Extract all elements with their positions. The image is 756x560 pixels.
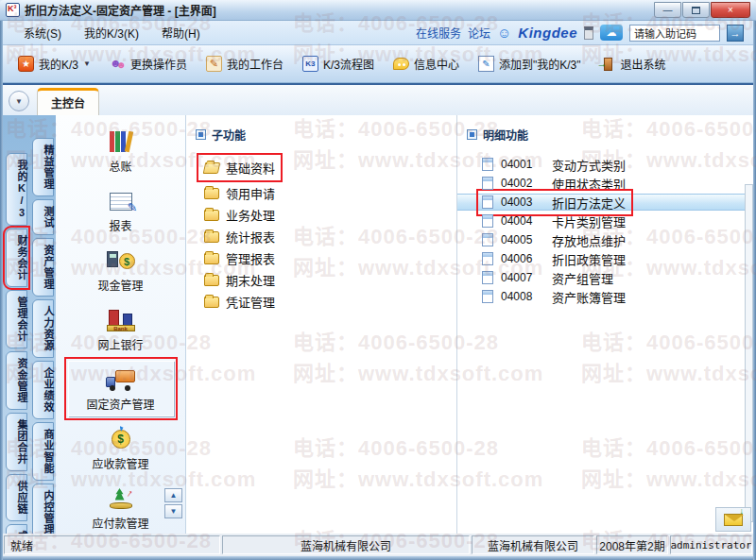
tab-main-console[interactable]: 主控台 bbox=[37, 88, 99, 115]
sidebar-tab-cost-management[interactable]: 成本管理 bbox=[6, 524, 27, 534]
vertical-scrollbar[interactable] bbox=[745, 184, 753, 522]
function-label: 使用状态类别 bbox=[552, 175, 626, 193]
message-mail-button[interactable] bbox=[715, 507, 751, 532]
collapse-icon[interactable] bbox=[467, 129, 477, 140]
go-arrow-button[interactable]: → bbox=[727, 25, 744, 42]
calculator-icon[interactable] bbox=[584, 26, 593, 40]
add-to-my-k3-button[interactable]: ✎ 添加到"我的K/3" bbox=[471, 52, 589, 76]
ledger-books-icon bbox=[110, 131, 131, 152]
message-bubble-icon bbox=[393, 58, 409, 70]
folder-icon bbox=[204, 210, 219, 221]
sidebar-tab-group-consolidation[interactable]: 集团合并 bbox=[6, 413, 27, 471]
sidebar-tab-my-k3[interactable]: 我的K/3 bbox=[6, 153, 27, 226]
cloud-icon[interactable]: ☁ bbox=[600, 25, 623, 41]
sidebar-tab-financial-accounting[interactable]: 财务会计 bbox=[6, 229, 27, 287]
my-k3-label: 我的K/3 bbox=[39, 56, 78, 72]
chevron-down-icon: ▼ bbox=[83, 59, 91, 68]
launcher-label: 应付款管理 bbox=[71, 515, 171, 531]
switch-operator-button[interactable]: ☻☻ 更换操作员 bbox=[102, 52, 195, 76]
online-service-link[interactable]: 在线服务 bbox=[416, 25, 461, 41]
menu-system[interactable]: 系统(S) bbox=[12, 22, 73, 43]
main-area: 我的K/3 财务会计 管理会计 资金管理 集团合并 供应链 成本管理 精益管理 … bbox=[3, 115, 753, 534]
launcher-item-cash-management[interactable]: $ 现金管理 bbox=[68, 242, 174, 297]
kingdee-k3-app-icon bbox=[6, 3, 20, 17]
detail-item-04001[interactable]: 04001变动方式类别 bbox=[457, 156, 753, 173]
sidebar-tab-lean-management[interactable]: 精益管理 bbox=[32, 138, 54, 196]
folder-item-requisition[interactable]: 领用申请 bbox=[201, 185, 456, 201]
plant-money-icon: ↑ bbox=[108, 487, 134, 510]
report-sheet-icon bbox=[110, 193, 132, 211]
exit-system-label: 退出系统 bbox=[621, 56, 666, 72]
tab-dropdown-button[interactable]: ▼ bbox=[9, 91, 29, 111]
folder-icon bbox=[204, 188, 219, 199]
sidebar-tab-performance[interactable]: 企业绩效 bbox=[32, 361, 54, 419]
document-icon bbox=[482, 252, 493, 265]
minimize-button[interactable]: — bbox=[654, 2, 681, 18]
document-icon bbox=[482, 195, 493, 209]
function-code: 04002 bbox=[501, 177, 541, 190]
my-k3-button[interactable]: ★ 我的K/3 ▼ bbox=[10, 52, 98, 76]
document-icon bbox=[482, 290, 493, 303]
detail-item-04006[interactable]: 04006折旧政策管理 bbox=[457, 250, 753, 267]
detail-item-04002[interactable]: 04002使用状态类别 bbox=[457, 175, 753, 192]
status-company-1: 蓝海机械有限公司 bbox=[222, 535, 470, 554]
launcher-item-general-ledger[interactable]: 总账 bbox=[68, 123, 174, 178]
sub-function-header: 子功能 bbox=[186, 115, 456, 148]
collapse-icon[interactable] bbox=[196, 129, 206, 140]
launcher-label: 网上银行 bbox=[71, 336, 171, 352]
menu-my-k3[interactable]: 我的K/3(K) bbox=[73, 22, 150, 43]
folder-item-period-end[interactable]: 期末处理 bbox=[201, 272, 456, 288]
info-center-button[interactable]: 信息中心 bbox=[386, 52, 467, 76]
scroll-up-button[interactable]: ▲ bbox=[164, 488, 182, 502]
folder-item-management-reports[interactable]: 管理报表 bbox=[201, 250, 456, 266]
launcher-item-reports[interactable]: 报表 bbox=[68, 182, 174, 238]
detail-item-04004[interactable]: 04004卡片类别管理 bbox=[457, 212, 753, 229]
launcher-item-fixed-assets[interactable]: 固定资产管理 bbox=[68, 361, 174, 416]
status-ready: 就绪 bbox=[4, 535, 220, 554]
exit-system-button[interactable]: → 退出系统 bbox=[593, 52, 674, 76]
close-button[interactable]: × bbox=[711, 2, 750, 18]
sidebar-tab-bi[interactable]: 商业智能 bbox=[32, 422, 54, 481]
launcher-label: 报表 bbox=[71, 217, 171, 233]
sidebar-tab-internal-control[interactable]: 内控管理 bbox=[32, 484, 54, 534]
detail-item-04003-selected[interactable]: 04003折旧方法定义 bbox=[457, 194, 753, 211]
sidebar-tab-test[interactable]: 测试 bbox=[32, 199, 54, 235]
detail-item-04007[interactable]: 04007资产组管理 bbox=[457, 269, 753, 286]
folder-item-business-processing[interactable]: 业务处理 bbox=[201, 207, 456, 223]
k3-flowchart-button[interactable]: K3 K/3流程图 bbox=[295, 52, 382, 76]
module-launcher: 总账 报表 $ 现金管理 Bank 网上银行 固定资产管理 $ 应收款管理 bbox=[56, 115, 186, 534]
folder-item-statistics-reports[interactable]: 统计报表 bbox=[201, 229, 456, 245]
maximize-button[interactable] bbox=[682, 2, 710, 18]
sub-function-list: 基础资料 领用申请 业务处理 统计报表 管理报表 期末处理 凭证 bbox=[186, 148, 456, 310]
detail-function-panel: 明细功能 04001变动方式类别 04002使用状态类别 04003折旧方法定义… bbox=[457, 115, 753, 534]
launcher-item-payables[interactable]: ↑ 应付款管理 bbox=[68, 480, 174, 534]
sidebar-tab-asset-management[interactable]: 资产管理 bbox=[32, 238, 54, 297]
function-code: 04004 bbox=[501, 214, 541, 228]
truck-icon bbox=[106, 368, 136, 391]
detail-item-04005[interactable]: 04005存放地点维护 bbox=[457, 231, 753, 248]
folder-item-voucher-management[interactable]: 凭证管理 bbox=[201, 294, 456, 310]
my-workbench-button[interactable]: ✎ 我的工作台 bbox=[198, 52, 291, 76]
scroll-down-button[interactable]: ▼ bbox=[164, 504, 182, 518]
sidebar-tab-cash-management[interactable]: 资金管理 bbox=[6, 351, 27, 410]
detail-function-header: 明细功能 bbox=[457, 115, 753, 148]
smiley-icon[interactable]: ☺ bbox=[497, 25, 511, 40]
menu-bar: 系统(S) 我的K/3(K) 帮助(H) 在线服务 论坛 ☺ Kingdee ☁… bbox=[3, 21, 753, 45]
mnemonic-input[interactable] bbox=[629, 25, 720, 42]
folder-label: 领用申请 bbox=[226, 184, 275, 202]
folder-label: 管理报表 bbox=[226, 249, 275, 267]
folder-item-basic-data[interactable]: 基础资料 bbox=[201, 160, 456, 176]
sidebar-tab-hr[interactable]: 人力资源 bbox=[32, 299, 54, 358]
launcher-item-receivables[interactable]: $ 应收款管理 bbox=[68, 420, 174, 476]
launcher-item-online-banking[interactable]: Bank 网上银行 bbox=[68, 301, 174, 357]
star-icon: ★ bbox=[18, 56, 34, 72]
folder-icon bbox=[204, 231, 219, 243]
detail-item-04008[interactable]: 04008资产账簿管理 bbox=[457, 288, 753, 305]
workbench-icon: ✎ bbox=[206, 56, 222, 72]
sidebar-tab-management-accounting[interactable]: 管理会计 bbox=[6, 290, 27, 348]
tab-row: ▼ 主控台 bbox=[3, 83, 753, 115]
forum-link[interactable]: 论坛 bbox=[468, 25, 490, 41]
operator-icon: ☻☻ bbox=[110, 56, 126, 72]
sidebar-tab-supply-chain[interactable]: 供应链 bbox=[6, 474, 27, 521]
menu-help[interactable]: 帮助(H) bbox=[150, 22, 212, 43]
